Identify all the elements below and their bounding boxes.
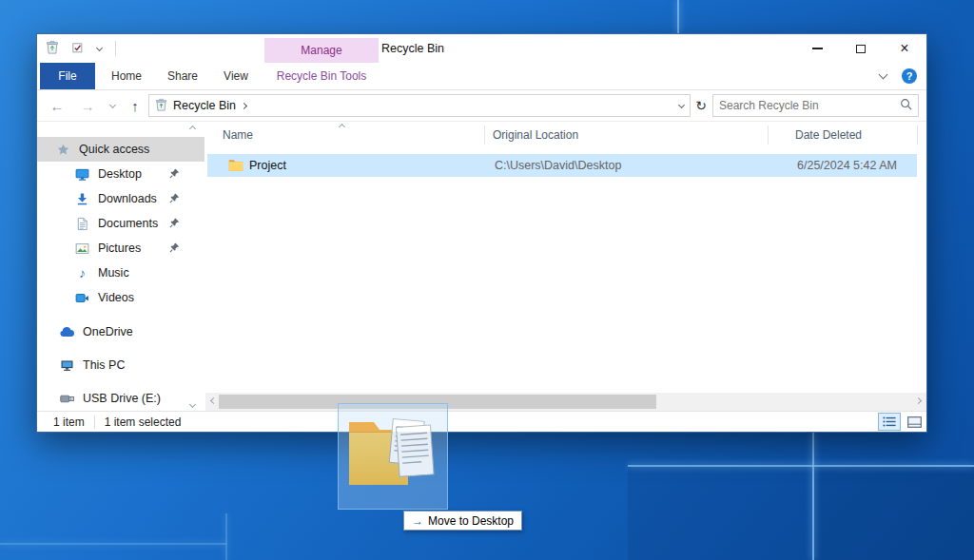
pin-icon [169,242,180,256]
main-area: Quick access Desktop Downloads [37,122,926,411]
up-button[interactable]: ↑ [123,90,147,121]
back-icon: ← [50,98,65,114]
manage-tab[interactable]: Manage [264,38,379,63]
details-view-icon [883,416,896,427]
recycle-bin-icon [46,40,59,57]
sidebar-item-label: USB Drive (E:) [83,392,161,405]
recycle-bin-icon [155,98,167,114]
documents-icon [74,217,90,231]
tab-recycle-bin-tools[interactable]: Recycle Bin Tools [264,63,379,89]
tab-home[interactable]: Home [100,63,153,89]
column-header-date-deleted[interactable]: Date Deleted [795,128,862,142]
qat-dropdown-icon[interactable] [96,44,103,50]
move-tooltip: → Move to Desktop [403,511,522,531]
usb-drive-icon [59,394,75,404]
file-name: Project [249,159,286,172]
wallpaper-line [628,465,974,467]
history-dropdown-icon [108,101,115,107]
view-buttons [878,413,925,431]
address-bar-row: ← → ↑ Recycle Bin ↻ [37,90,926,122]
wallpaper-line [812,433,814,560]
back-button[interactable]: ← [45,90,69,121]
close-icon: × [900,40,908,57]
search-icon[interactable] [900,98,912,113]
address-box[interactable]: Recycle Bin [148,94,691,117]
large-icons-view-icon [907,416,922,428]
column-header-name[interactable]: Name [223,128,253,142]
sidebar-item-desktop[interactable]: Desktop [37,162,205,186]
column-separator[interactable] [917,126,918,145]
onedrive-icon [59,326,75,338]
help-icon[interactable]: ? [902,68,917,84]
status-bar: 1 item 1 item selected [37,411,926,432]
close-button[interactable]: × [883,34,926,63]
large-icons-view-button[interactable] [903,413,925,431]
scroll-left-icon[interactable] [210,397,217,404]
ribbon-tab-strip: File Home Share View Recycle Bin Tools ? [37,63,926,90]
ribbon-collapse-icon[interactable] [879,70,888,80]
sidebar-item-label: Quick access [79,143,149,156]
sidebar-item-documents[interactable]: Documents [37,211,205,236]
file-original-location: C:\Users\David\Desktop [495,159,621,172]
sidebar-item-videos[interactable]: Videos [37,285,205,310]
window-title: Recycle Bin [381,42,444,55]
sort-ascending-icon [339,124,345,130]
sidebar-item-pictures[interactable]: Pictures [37,236,205,261]
up-icon: ↑ [131,98,139,114]
qat-confirm-icon[interactable] [72,42,84,56]
refresh-button[interactable]: ↻ [692,90,711,121]
sidebar-item-label: Downloads [98,192,157,205]
search-input[interactable] [719,99,900,112]
address-dropdown-icon[interactable] [678,101,685,107]
wallpaper-line [225,513,227,560]
sidebar-item-label: Videos [98,291,134,304]
sidebar-item-downloads[interactable]: Downloads [37,186,205,211]
file-list-pane: Name Original Location Date Deleted Proj… [205,122,926,411]
file-row-project[interactable]: Project C:\Users\David\Desktop 6/25/2024… [207,154,917,177]
ribbon-right-controls: ? [880,63,917,89]
scroll-right-icon[interactable] [915,397,922,404]
titlebar: Manage Recycle Bin × [37,34,926,63]
tab-file[interactable]: File [40,63,95,89]
minimize-button[interactable] [795,34,839,63]
column-header-original-location[interactable]: Original Location [493,128,578,142]
tab-view[interactable]: View [212,63,260,89]
videos-icon [74,291,90,305]
wallpaper-panel [814,467,974,560]
pin-icon [169,193,180,206]
qat-separator [115,41,116,56]
explorer-window: Manage Recycle Bin × File Home Share Vie… [36,33,927,433]
sidebar-item-music[interactable]: ♪ Music [37,261,205,285]
breadcrumb[interactable]: Recycle Bin [173,99,236,112]
column-separator[interactable] [768,126,769,145]
maximize-button[interactable] [839,34,883,63]
move-arrow-icon: → [412,514,423,528]
minimize-icon [812,48,823,49]
window-controls: × [795,34,926,63]
downloads-icon [74,192,90,206]
pin-icon [169,168,180,182]
wallpaper-panel [628,467,812,560]
breadcrumb-chevron-icon[interactable] [241,102,247,108]
horizontal-scrollbar[interactable] [205,393,926,411]
sidebar-item-label: Documents [98,217,158,230]
move-tooltip-label: Move to Desktop [428,514,514,528]
quick-access-toolbar [46,34,116,63]
file-date-deleted: 6/25/2024 5:42 AM [797,159,897,172]
sidebar-item-onedrive[interactable]: OneDrive [37,319,205,344]
details-view-button[interactable] [878,413,901,431]
forward-button[interactable]: → [75,90,100,121]
selection-count: 1 item selected [105,415,182,429]
sidebar-item-label: OneDrive [83,325,133,338]
sidebar-item-label: Music [98,266,129,280]
sidebar-item-quick-access[interactable]: Quick access [37,137,205,162]
tab-share[interactable]: Share [157,63,208,89]
quick-access-star-icon [55,143,71,157]
sidebar-item-usb-drive[interactable]: USB Drive (E:) [37,386,205,411]
column-headers: Name Original Location Date Deleted [205,122,926,148]
forward-icon: → [81,98,95,114]
sidebar-item-this-pc[interactable]: This PC [37,353,205,377]
column-separator[interactable] [484,126,485,145]
history-dropdown-button[interactable] [104,90,121,121]
sidebar-item-label: Pictures [98,241,141,255]
